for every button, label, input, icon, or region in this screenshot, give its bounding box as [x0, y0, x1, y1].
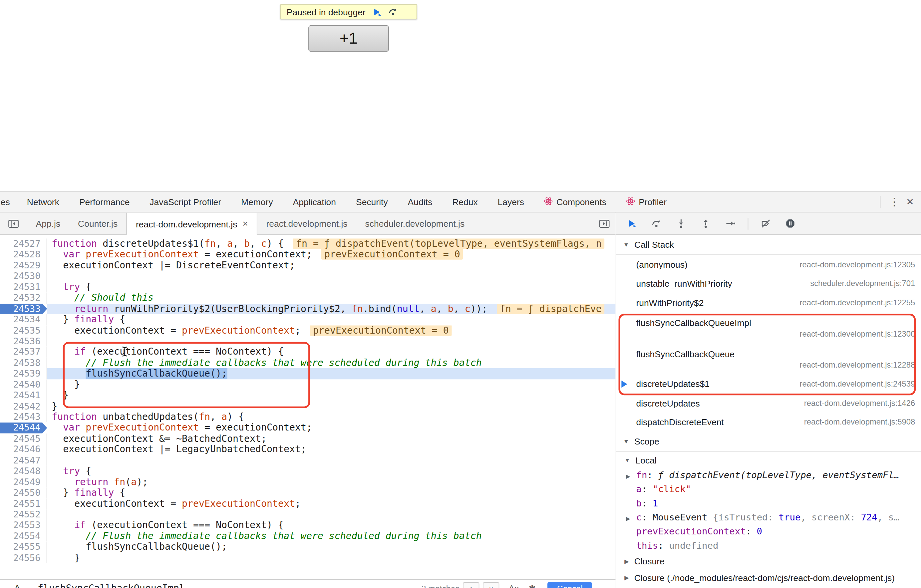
main-tab-javascript-profiler[interactable]: JavaScript Profiler [140, 191, 231, 212]
file-tab-counter-js[interactable]: Counter.js [69, 213, 127, 235]
scope-header[interactable]: ▼ Scope [616, 432, 921, 452]
file-tab-scheduler-development-js[interactable]: scheduler.development.js [356, 213, 474, 235]
line-number[interactable]: 24542 [0, 401, 47, 412]
main-tab-audits[interactable]: Audits [398, 191, 443, 212]
line-number[interactable]: 24550 [0, 487, 47, 498]
main-tab-performance[interactable]: Performance [69, 191, 140, 212]
call-stack-header[interactable]: ▼ Call Stack [616, 235, 921, 255]
file-tab-react-development-js[interactable]: react.development.js [257, 213, 356, 235]
step-over-icon[interactable] [389, 7, 398, 16]
call-stack-frame-anonymous[interactable]: (anonymous)react-dom.development.js:1230… [616, 255, 921, 274]
line-number[interactable]: 24545 [0, 433, 47, 445]
scope-variable-fn[interactable]: ▶fn: ƒ dispatchEvent(topLevelType, event… [616, 468, 921, 482]
code-line: 24556 } [0, 552, 616, 564]
match-case-icon[interactable]: A [14, 583, 29, 588]
call-stack-frame-flushsynccallbackqueue[interactable]: flushSyncCallbackQueuereact-dom.developm… [616, 343, 921, 374]
file-tab-react-dom-development-js[interactable]: react-dom.development.js× [127, 213, 257, 235]
line-number[interactable]: 24551 [0, 498, 47, 510]
step-over-icon[interactable] [651, 218, 661, 228]
main-tab-network[interactable]: Network [17, 191, 69, 212]
call-stack-frame-flushsynccallbackqueueimpl[interactable]: flushSyncCallbackQueueImplreact-dom.deve… [616, 312, 921, 343]
chevron-right-icon[interactable]: ▶ [626, 471, 630, 482]
scope-section-closure-node-modules-react-dom-cjs-react-dom-development-js[interactable]: ▶Closure (./node_modules/react-dom/cjs/r… [616, 569, 921, 585]
frame-location: react-dom.development.js:12288 [636, 360, 915, 369]
toggle-navigator-icon[interactable] [0, 213, 27, 235]
call-stack-frame-discreteupdates[interactable]: discreteUpdatesreact-dom.development.js:… [616, 394, 921, 412]
cancel-button[interactable]: Cancel [548, 581, 592, 588]
call-stack-frame-discreteupdates-1[interactable]: discreteUpdates$1react-dom.development.j… [616, 375, 921, 394]
line-number[interactable]: 24535 [0, 325, 47, 336]
code-line: 24547 [0, 455, 616, 466]
line-number[interactable]: 24546 [0, 444, 47, 455]
line-number[interactable]: 24548 [0, 466, 47, 477]
frame-location: react-dom.development.js:12300 [636, 329, 915, 338]
scope-section-closure[interactable]: ▶Closure [616, 553, 921, 569]
resume-icon[interactable] [626, 218, 637, 228]
line-number[interactable]: 24556 [0, 552, 47, 564]
code-text: } [47, 390, 616, 401]
main-tab-application[interactable]: Application [283, 191, 346, 212]
deactivate-breakpoints-icon[interactable] [760, 218, 771, 228]
line-number[interactable]: 24528 [0, 249, 47, 261]
line-number[interactable]: 24529 [0, 260, 47, 271]
line-number[interactable]: 24539 [0, 368, 47, 379]
main-tab-memory[interactable]: Memory [231, 191, 283, 212]
main-tab-redux[interactable]: Redux [442, 191, 488, 212]
line-number[interactable]: 24532 [0, 293, 47, 304]
main-tab-profiler[interactable]: Profiler [616, 191, 677, 212]
chevron-right-icon[interactable]: ▶ [626, 513, 630, 524]
scope-variable-prevexecutioncontext: prevExecutionContext: 0 [616, 524, 921, 538]
chevron-right-icon[interactable]: ▶ [624, 556, 629, 567]
main-tab-security[interactable]: Security [346, 191, 398, 212]
line-number[interactable]: 24538 [0, 358, 47, 368]
line-number[interactable]: 24531 [0, 282, 47, 293]
call-stack-frame-runwithpriority-2[interactable]: runWithPriority$2react-dom.development.j… [616, 293, 921, 312]
main-tab-layers[interactable]: Layers [488, 191, 534, 212]
line-number[interactable]: 24534 [0, 314, 47, 325]
code-text: if (executionContext === NoContext) { [47, 520, 616, 531]
chevron-down-icon: ▼ [623, 241, 629, 248]
more-options-icon[interactable]: ⋮ [889, 195, 897, 208]
line-number[interactable]: 24549 [0, 477, 47, 488]
pause-on-exceptions-icon[interactable] [786, 218, 796, 228]
step-out-icon[interactable] [701, 218, 711, 228]
close-devtools-icon[interactable]: ✕ [906, 196, 914, 207]
chevron-right-icon[interactable]: ▶ [624, 572, 629, 583]
call-stack-frame-unstable-runwithpriority[interactable]: unstable_runWithPriorityscheduler.develo… [616, 274, 921, 293]
main-tab-clipped[interactable]: es [0, 191, 17, 212]
line-number[interactable]: 24541 [0, 390, 47, 401]
increment-button[interactable]: +1 [308, 25, 389, 52]
line-number[interactable]: 24537 [0, 347, 47, 358]
line-number[interactable]: 24547 [0, 455, 47, 466]
code-editor: 24527function discreteUpdates$1(fn, a, b… [0, 235, 616, 588]
line-number[interactable]: 24540 [0, 379, 47, 390]
match-case-toggle[interactable]: Aa [509, 584, 519, 588]
line-number[interactable]: 24555 [0, 542, 47, 553]
line-number[interactable]: 24552 [0, 509, 47, 520]
code-line: 24554 // Flush the immediate callbacks t… [0, 531, 616, 542]
step-icon[interactable] [726, 218, 735, 228]
scope-variable-c[interactable]: ▶c: MouseEvent {isTrusted: true, screenX… [616, 510, 921, 524]
search-input[interactable]: flushSyncCallbackQueueImpl [37, 583, 185, 588]
regex-toggle-icon[interactable]: ✱ [529, 583, 536, 588]
editor-options-icon[interactable] [599, 213, 615, 235]
scope-section-local[interactable]: ▼Local [616, 452, 921, 468]
chevron-down-icon[interactable]: ▼ [624, 454, 630, 466]
step-into-icon[interactable] [676, 218, 686, 228]
call-stack-frame-dispatchdiscreteevent[interactable]: dispatchDiscreteEventreact-dom.developme… [616, 412, 921, 432]
line-number[interactable]: 24543 [0, 412, 47, 423]
line-number[interactable]: 24554 [0, 531, 47, 542]
resume-script-icon[interactable] [372, 7, 382, 17]
main-tab-components[interactable]: Components [534, 191, 616, 212]
line-number[interactable]: 24527 [0, 238, 47, 249]
next-match-button[interactable]: ˅ [483, 582, 499, 588]
line-number[interactable]: 24553 [0, 520, 47, 531]
line-number[interactable]: 24530 [0, 271, 47, 282]
breakpoint-marker[interactable]: 24533 [0, 303, 47, 314]
previous-match-button[interactable]: ˄ [463, 582, 479, 588]
react-icon [544, 196, 553, 207]
close-file-icon[interactable]: × [242, 218, 248, 229]
file-tab-app-js[interactable]: App.js [27, 213, 69, 235]
breakpoint-marker[interactable]: 24544 [0, 422, 47, 433]
line-number[interactable]: 24536 [0, 336, 47, 347]
